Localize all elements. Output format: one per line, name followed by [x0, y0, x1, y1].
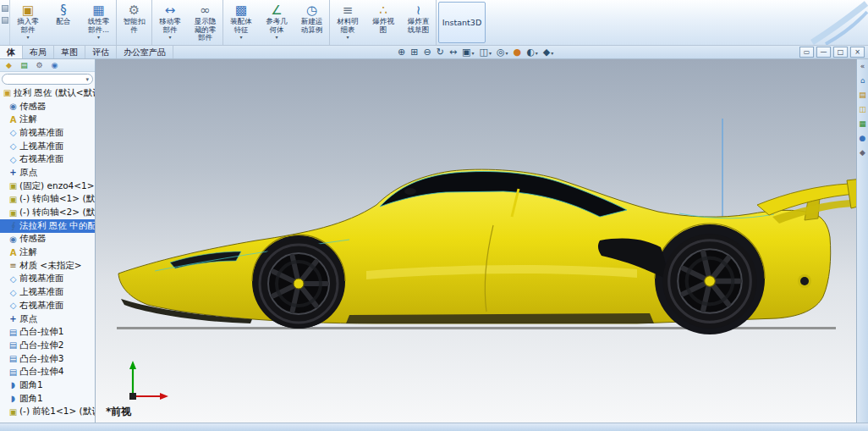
commandmanager-tab[interactable]: 草图 [54, 46, 85, 58]
toolbar-spacer [487, 0, 807, 45]
heads-up-view-toolbar: ⊕ ▾ ⊞ ▾ ⊖ ▾ ↻ ▾ ↔ [396, 47, 555, 58]
minimize-window-icon[interactable]: — [816, 47, 831, 58]
tile-window-icon[interactable]: ▭ [799, 47, 814, 58]
command-button[interactable]: ∴ 爆炸视图 ▾ [365, 0, 401, 45]
tree-item[interactable]: A 注解 [0, 246, 95, 259]
command-button[interactable]: ◷ 新建运动算例 ▾ [294, 0, 330, 45]
new-motion-study-icon: ◷ [306, 3, 317, 18]
sensors-icon: ◉ [8, 235, 19, 244]
close-window-icon[interactable]: × [850, 47, 865, 58]
feature-manager-panel: ◆ ▤ ⚙ ◉ ▾ ▣ 拉利 恩佐 (默认<默认_显 ◉ 传感器 [0, 59, 96, 423]
file-explorer-icon[interactable]: ◫ [859, 105, 866, 113]
design-library-icon[interactable]: ▤ [859, 91, 866, 99]
property-manager-tab-icon[interactable]: ▤ [18, 60, 30, 70]
pan-view-icon: ↔ [449, 47, 457, 58]
view-tool-button[interactable]: ↻ ▾ [435, 47, 446, 58]
commandmanager-tab[interactable]: 体 [0, 46, 23, 58]
command-button[interactable]: ▦ 线性零部件... ▾ [81, 0, 117, 45]
tree-item[interactable]: ▣ 拉利 恩佐 (默认<默认_显 [0, 86, 95, 100]
command-button[interactable]: ≀ 爆炸直线草图 ▾ [401, 0, 437, 45]
tree-item[interactable]: + 原点 [0, 312, 95, 326]
tree-item[interactable]: ◇ 前视基准面 [0, 273, 95, 286]
view-tool-button[interactable]: ● ▾ [512, 47, 524, 58]
mate-icon: § [60, 3, 67, 18]
front-wheel[interactable] [254, 239, 343, 329]
collapse-pane-icon[interactable]: « [860, 62, 865, 70]
tree-item[interactable]: ◇ 右视基准面 [0, 152, 95, 166]
command-button[interactable]: ∞ 显示隐藏的零部件 ▾ [188, 0, 223, 45]
tree-item[interactable]: ◇ 右视基准面 [0, 299, 95, 312]
tree-item[interactable]: ◉ 传感器 [0, 100, 95, 113]
view-tool-button[interactable]: ◐ ▾ [525, 47, 540, 58]
view-tool-button[interactable]: ⊖ ▾ [421, 47, 432, 58]
tree-item[interactable]: ▤ 凸台-拉伸2 [0, 339, 95, 352]
view-tool-button[interactable]: ▣ ▾ [460, 47, 475, 58]
dropdown-arrow-icon: ▾ [97, 35, 100, 40]
tree-item[interactable]: ▤ 凸台-拉伸1 [0, 325, 95, 339]
view-tool-button[interactable]: ⊞ ▾ [409, 47, 420, 58]
tree-item[interactable]: + 原点 [0, 166, 95, 180]
custom-properties-icon[interactable]: ◆ [860, 148, 865, 157]
view-tool-button[interactable]: ◎ ▾ [495, 47, 510, 58]
tree-item[interactable]: ◗ 圆角1 [0, 392, 95, 406]
tree-item-label: 注解 [19, 246, 37, 258]
extrude-icon: ▤ [8, 367, 19, 377]
tree-item[interactable]: ◉ 传感器 [0, 233, 95, 246]
tree-item-label: 凸台-拉伸4 [19, 366, 63, 378]
view-tool-button[interactable]: ↔ ▾ [448, 47, 459, 58]
smart-fasteners-icon: ⚙ [129, 3, 140, 18]
tree-item[interactable]: ▣ (固定) enzo4<1> (默认< [0, 180, 95, 193]
rear-wheel[interactable] [662, 234, 756, 328]
hide-show-items-icon: ◎ [497, 47, 505, 58]
view-tool-button[interactable]: ⊕ ▾ [396, 47, 407, 58]
tree-item-label: 原点 [19, 313, 37, 325]
tree-item-label: 凸台-拉伸1 [19, 326, 63, 338]
view-tool-button[interactable]: ◫ ▾ [478, 47, 493, 58]
tree-filter-input[interactable]: ▾ [2, 74, 93, 85]
car-model[interactable] [96, 59, 856, 423]
plane-icon: ◇ [8, 155, 19, 164]
tree-item-label: 拉利 恩佐 (默认<默认_显 [14, 87, 95, 99]
tree-item[interactable]: ◇ 前视基准面 [0, 126, 95, 140]
appearances-icon[interactable]: ● [860, 134, 866, 142]
feature-manager-tab-icon[interactable]: ◆ [3, 60, 15, 70]
configuration-manager-tab-icon[interactable]: ⚙ [33, 60, 46, 70]
command-button[interactable]: ▩ 装配体特征 ▾ [223, 0, 259, 45]
command-button[interactable]: ≡ 材料明细表 ▾ [330, 0, 365, 45]
tree-item[interactable]: A 注解 [0, 113, 95, 126]
tree-item[interactable]: ▣ (-) 转向轴<2> (默认<<默 [0, 206, 95, 219]
bill-of-materials-icon: ≡ [343, 3, 354, 18]
tree-item[interactable]: ▤ 凸台-拉伸3 [0, 352, 95, 366]
solidworks-resources-icon[interactable]: ⌂ [860, 76, 865, 85]
insert-component-icon: ▣ [22, 3, 34, 18]
commandmanager-tab[interactable]: 布局 [23, 46, 54, 58]
tree-item[interactable]: ◗ 圆角1 [0, 379, 95, 392]
explode-line-sketch-icon: ≀ [416, 3, 421, 18]
commandmanager-tab[interactable]: 评估 [85, 46, 117, 58]
component-icon: ▣ [8, 407, 19, 417]
tree-item[interactable]: ▣ (-) 前轮1<1> (默认<<默 [0, 406, 95, 419]
tree-item[interactable]: ◇ 上视基准面 [0, 285, 95, 299]
tree-item[interactable]: ▤ 凸台-拉伸4 [0, 365, 95, 379]
graphics-area[interactable]: *前视 [96, 59, 856, 423]
dropdown-arrow-icon: ▾ [506, 50, 508, 56]
display-manager-tab-icon[interactable]: ◉ [48, 60, 61, 70]
dropdown-arrow-icon: ▾ [489, 50, 492, 56]
dropdown-arrow-icon: ▾ [536, 50, 538, 56]
command-button[interactable]: § 配合 ▾ [46, 0, 81, 45]
tree-item[interactable]: ∮ 法拉利 恩佐 中的配合 [0, 219, 95, 233]
restore-window-icon[interactable]: □ [833, 47, 848, 58]
command-button[interactable]: ↔ 移动零部件 ▾ [152, 0, 188, 45]
tree-item[interactable]: ≡ 材质 <未指定> [0, 259, 95, 273]
view-tool-button[interactable]: ◆ ▾ [541, 47, 555, 58]
zoom-fit-icon: ⊕ [398, 47, 405, 58]
tree-item[interactable]: ◇ 上视基准面 [0, 140, 95, 153]
command-button[interactable]: ∠ 参考几何体 ▾ [259, 0, 294, 45]
command-button[interactable]: ▣ 插入零部件 ▾ [10, 0, 46, 45]
clipped-toolbar-icon [2, 5, 8, 12]
command-button[interactable]: ⚙ 智能扣件 ▾ [117, 0, 152, 45]
view-palette-icon[interactable]: ▦ [859, 119, 866, 128]
commandmanager-tab[interactable]: 办公室产品 [117, 46, 173, 58]
tree-item[interactable]: ▣ (-) 转向轴<1> (默认<<默 [0, 193, 95, 207]
command-button[interactable]: Instant3D ▾ [438, 2, 486, 43]
